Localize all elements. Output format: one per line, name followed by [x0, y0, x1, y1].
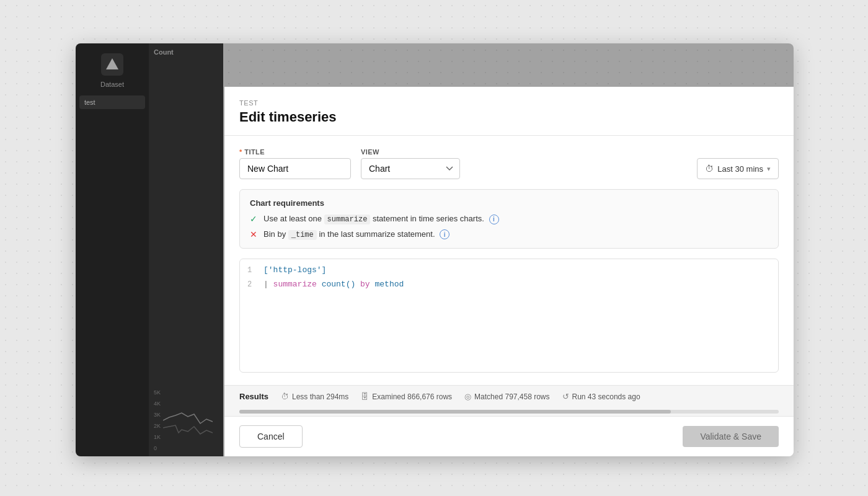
view-label: VIEW: [361, 148, 460, 156]
x-icon: ✕: [250, 229, 257, 239]
results-matched-value: Matched 797,458 rows: [474, 392, 549, 401]
view-select[interactable]: Chart Table Bar: [361, 158, 460, 179]
view-group: VIEW Chart Table Bar: [361, 148, 460, 179]
modal-breadcrumb: TEST: [239, 99, 779, 107]
timer-icon: ⏱: [281, 392, 289, 401]
results-label: Results: [239, 392, 268, 401]
info-icon-1[interactable]: i: [489, 215, 499, 224]
token-count: count(): [322, 280, 356, 289]
modal-header: TEST Edit timeseries: [224, 87, 794, 136]
scrollbar-track[interactable]: [239, 410, 779, 414]
req-text-2: Bin by _time in the last summarize state…: [264, 229, 450, 240]
requirements-box: Chart requirements ✓ Use at least one su…: [239, 189, 779, 249]
token-pipe: |: [264, 280, 273, 289]
code-line-2: 2 | summarize count() by method: [240, 277, 778, 291]
code-line-1: 1 ['http-logs']: [240, 259, 778, 277]
modal-title: Edit timeseries: [239, 109, 779, 125]
results-time: ⏱ Less than 294ms: [281, 392, 348, 401]
modal-footer: Cancel Validate & Save: [224, 416, 794, 456]
title-input[interactable]: New Chart: [239, 158, 351, 179]
check-icon: ✓: [250, 214, 257, 224]
form-row: * TITLE New Chart VIEW Chart Table Bar ⏱…: [239, 148, 779, 179]
main-window: Dataset test Count 5K 4K 3K 2K 1K 0 17:: [76, 43, 794, 456]
line-num-2: 2: [247, 280, 256, 289]
token-summarize: summarize: [273, 280, 317, 289]
req-code-time: _time: [288, 230, 317, 240]
requirements-title: Chart requirements: [250, 198, 768, 208]
info-icon-2[interactable]: i: [440, 229, 450, 239]
history-icon: ↺: [562, 392, 569, 401]
validate-save-button[interactable]: Validate & Save: [683, 426, 779, 447]
token-method: method: [374, 280, 404, 289]
results-bar: Results ⏱ Less than 294ms 🗄 Examined 866…: [224, 385, 794, 407]
requirement-item-2: ✕ Bin by _time in the last summarize sta…: [250, 229, 768, 240]
results-matched: ◎ Matched 797,458 rows: [464, 392, 549, 401]
time-range-button[interactable]: ⏱ Last 30 mins ▾: [697, 158, 779, 179]
token-http-logs: ['http-logs']: [264, 265, 326, 275]
token-by: by: [360, 280, 370, 289]
db-icon: 🗄: [361, 392, 369, 401]
clock-icon: ⏱: [705, 164, 714, 174]
line-num-1: 1: [247, 266, 256, 275]
scrollbar-area: [224, 407, 794, 416]
chevron-down-icon: ▾: [767, 165, 771, 173]
code-editor[interactable]: 1 ['http-logs'] 2 | summarize count() by…: [239, 259, 779, 373]
req-code-summarize: summarize: [324, 215, 371, 224]
target-icon: ◎: [464, 392, 471, 401]
results-examined: 🗄 Examined 866,676 rows: [361, 392, 452, 401]
edit-timeseries-modal: TEST Edit timeseries * TITLE New Chart V…: [224, 87, 794, 456]
cancel-button[interactable]: Cancel: [239, 425, 303, 448]
time-range-label: Last 30 mins: [717, 164, 763, 174]
title-label: * TITLE: [239, 148, 351, 156]
modal-body: * TITLE New Chart VIEW Chart Table Bar ⏱…: [224, 136, 794, 385]
results-examined-value: Examined 866,676 rows: [372, 392, 452, 401]
req-text-1: Use at least one summarize statement in …: [264, 214, 499, 224]
requirement-item-1: ✓ Use at least one summarize statement i…: [250, 214, 768, 224]
code-content-1: ['http-logs']: [264, 265, 771, 275]
scrollbar-thumb[interactable]: [239, 410, 671, 414]
results-time-value: Less than 294ms: [292, 392, 348, 401]
results-run-value: Run 43 seconds ago: [572, 392, 640, 401]
results-run: ↺ Run 43 seconds ago: [562, 392, 640, 401]
title-group: * TITLE New Chart: [239, 148, 351, 179]
code-content-2: | summarize count() by method: [264, 280, 771, 289]
